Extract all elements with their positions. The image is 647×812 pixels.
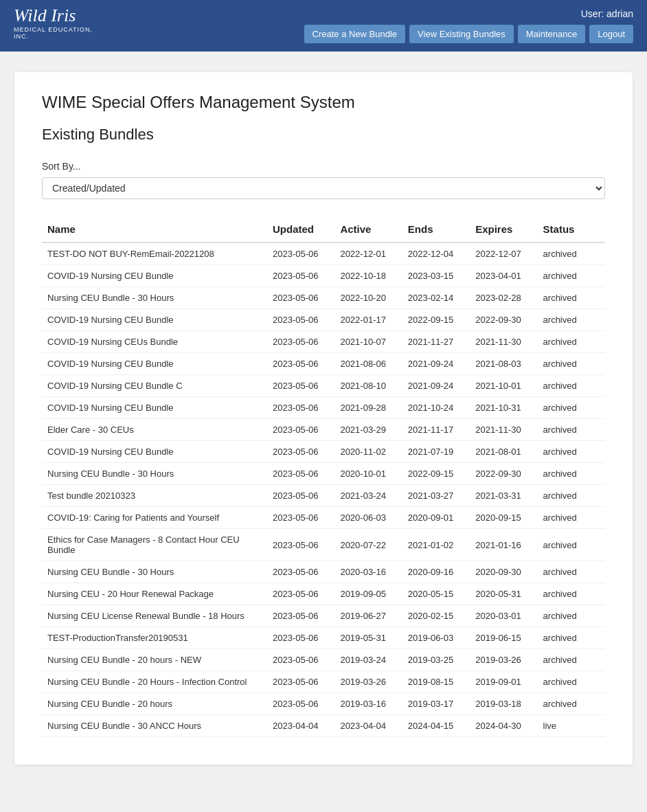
logo-title: Wild Iris	[14, 7, 76, 25]
cell-updated: 2023-05-06	[267, 529, 334, 561]
cell-expires: 2021-01-16	[470, 529, 537, 561]
col-header-status: Status	[538, 216, 605, 243]
sort-select[interactable]: Created/Updated	[42, 177, 605, 199]
table-row[interactable]: Elder Care - 30 CEUs2023-05-062021-03-29…	[42, 419, 605, 441]
cell-active: 2020-06-03	[334, 507, 402, 529]
cell-name: Nursing CEU Bundle - 30 ANCC Hours	[42, 715, 267, 737]
cell-name: TEST-ProductionTransfer20190531	[42, 627, 267, 649]
create-bundle-btn[interactable]: Create a New Bundle	[304, 25, 406, 43]
table-row[interactable]: COVID-19 Nursing CEU Bundle2023-05-06202…	[42, 397, 605, 419]
cell-ends: 2020-09-16	[402, 561, 470, 583]
cell-ends: 2021-03-27	[402, 485, 470, 507]
table-row[interactable]: COVID-19: Caring for Patients and Yourse…	[42, 507, 605, 529]
bundles-table: Name Updated Active Ends Expires Status …	[42, 216, 605, 737]
main-container: WIME Special Offers Management System Ex…	[14, 72, 633, 765]
cell-ends: 2021-11-27	[402, 331, 470, 353]
header-right: User: adrian Create a New BundleView Exi…	[304, 8, 633, 43]
cell-expires: 2019-03-18	[470, 693, 537, 715]
table-row[interactable]: TEST-DO NOT BUY-RemEmail-202212082023-05…	[42, 243, 605, 265]
cell-updated: 2023-05-06	[267, 463, 334, 485]
col-header-ends: Ends	[402, 216, 470, 243]
cell-updated: 2023-05-06	[267, 309, 334, 331]
view-bundles-btn[interactable]: View Existing Bundles	[409, 25, 514, 43]
cell-updated: 2023-05-06	[267, 331, 334, 353]
logout-btn[interactable]: Logout	[589, 25, 633, 43]
cell-updated: 2023-05-06	[267, 441, 334, 463]
table-row[interactable]: COVID-19 Nursing CEU Bundle2023-05-06202…	[42, 265, 605, 287]
cell-status: archived	[538, 397, 605, 419]
table-row[interactable]: TEST-ProductionTransfer201905312023-05-0…	[42, 627, 605, 649]
cell-ends: 2023-02-14	[402, 287, 470, 309]
table-row[interactable]: Nursing CEU Bundle - 20 hours2023-05-062…	[42, 693, 605, 715]
cell-status: archived	[538, 353, 605, 375]
cell-expires: 2019-06-15	[470, 627, 537, 649]
cell-ends: 2019-08-15	[402, 671, 470, 693]
table-row[interactable]: Ethics for Case Managers - 8 Contact Hou…	[42, 529, 605, 561]
table-row[interactable]: Nursing CEU Bundle - 30 Hours2023-05-062…	[42, 287, 605, 309]
cell-expires: 2023-02-28	[470, 287, 537, 309]
cell-ends: 2023-03-15	[402, 265, 470, 287]
cell-status: archived	[538, 485, 605, 507]
table-row[interactable]: COVID-19 Nursing CEU Bundle2023-05-06202…	[42, 441, 605, 463]
cell-ends: 2022-12-04	[402, 243, 470, 265]
table-body: TEST-DO NOT BUY-RemEmail-202212082023-05…	[42, 243, 605, 737]
cell-status: archived	[538, 627, 605, 649]
cell-expires: 2021-10-01	[470, 375, 537, 397]
cell-active: 2021-08-10	[334, 375, 402, 397]
cell-ends: 2020-02-15	[402, 605, 470, 627]
cell-updated: 2023-05-06	[267, 507, 334, 529]
cell-updated: 2023-05-06	[267, 605, 334, 627]
cell-updated: 2023-05-06	[267, 583, 334, 605]
cell-expires: 2021-11-30	[470, 331, 537, 353]
cell-updated: 2023-05-06	[267, 353, 334, 375]
cell-name: COVID-19 Nursing CEU Bundle	[42, 397, 267, 419]
cell-active: 2019-06-27	[334, 605, 402, 627]
cell-updated: 2023-05-06	[267, 419, 334, 441]
cell-active: 2023-04-04	[334, 715, 402, 737]
cell-name: COVID-19: Caring for Patients and Yourse…	[42, 507, 267, 529]
table-row[interactable]: COVID-19 Nursing CEU Bundle2023-05-06202…	[42, 353, 605, 375]
cell-active: 2021-03-29	[334, 419, 402, 441]
cell-active: 2020-03-16	[334, 561, 402, 583]
table-row[interactable]: Nursing CEU - 20 Hour Renewal Package202…	[42, 583, 605, 605]
cell-name: Nursing CEU - 20 Hour Renewal Package	[42, 583, 267, 605]
cell-status: archived	[538, 463, 605, 485]
cell-expires: 2019-09-01	[470, 671, 537, 693]
table-row[interactable]: COVID-19 Nursing CEUs Bundle2023-05-0620…	[42, 331, 605, 353]
cell-active: 2022-01-17	[334, 309, 402, 331]
cell-active: 2019-03-16	[334, 693, 402, 715]
table-row[interactable]: Nursing CEU Bundle - 20 Hours - Infectio…	[42, 671, 605, 693]
cell-name: COVID-19 Nursing CEU Bundle	[42, 441, 267, 463]
cell-ends: 2024-04-15	[402, 715, 470, 737]
cell-ends: 2021-11-17	[402, 419, 470, 441]
table-row[interactable]: Nursing CEU Bundle - 30 ANCC Hours2023-0…	[42, 715, 605, 737]
cell-updated: 2023-05-06	[267, 375, 334, 397]
table-row[interactable]: COVID-19 Nursing CEU Bundle C2023-05-062…	[42, 375, 605, 397]
cell-ends: 2021-07-19	[402, 441, 470, 463]
cell-name: Ethics for Case Managers - 8 Contact Hou…	[42, 529, 267, 561]
cell-expires: 2022-09-30	[470, 463, 537, 485]
table-row[interactable]: Test bundle 202103232023-05-062021-03-24…	[42, 485, 605, 507]
cell-name: COVID-19 Nursing CEUs Bundle	[42, 331, 267, 353]
table-row[interactable]: Nursing CEU Bundle - 30 Hours2023-05-062…	[42, 463, 605, 485]
cell-active: 2020-10-01	[334, 463, 402, 485]
table-row[interactable]: COVID-19 Nursing CEU Bundle2023-05-06202…	[42, 309, 605, 331]
table-row[interactable]: Nursing CEU Bundle - 20 hours - NEW2023-…	[42, 649, 605, 671]
cell-updated: 2023-05-06	[267, 287, 334, 309]
cell-ends: 2019-03-25	[402, 649, 470, 671]
app-title: WIME Special Offers Management System	[42, 93, 605, 112]
cell-status: archived	[538, 419, 605, 441]
sort-label: Sort By...	[42, 161, 605, 172]
cell-expires: 2022-09-30	[470, 309, 537, 331]
cell-status: archived	[538, 287, 605, 309]
table-row[interactable]: Nursing CEU License Renewal Bundle - 18 …	[42, 605, 605, 627]
cell-active: 2019-09-05	[334, 583, 402, 605]
cell-name: Nursing CEU License Renewal Bundle - 18 …	[42, 605, 267, 627]
maintenance-btn[interactable]: Maintenance	[518, 25, 585, 43]
cell-name: Nursing CEU Bundle - 20 hours - NEW	[42, 649, 267, 671]
cell-status: archived	[538, 693, 605, 715]
cell-status: archived	[538, 671, 605, 693]
table-row[interactable]: Nursing CEU Bundle - 30 Hours2023-05-062…	[42, 561, 605, 583]
cell-active: 2022-10-18	[334, 265, 402, 287]
cell-name: Elder Care - 30 CEUs	[42, 419, 267, 441]
